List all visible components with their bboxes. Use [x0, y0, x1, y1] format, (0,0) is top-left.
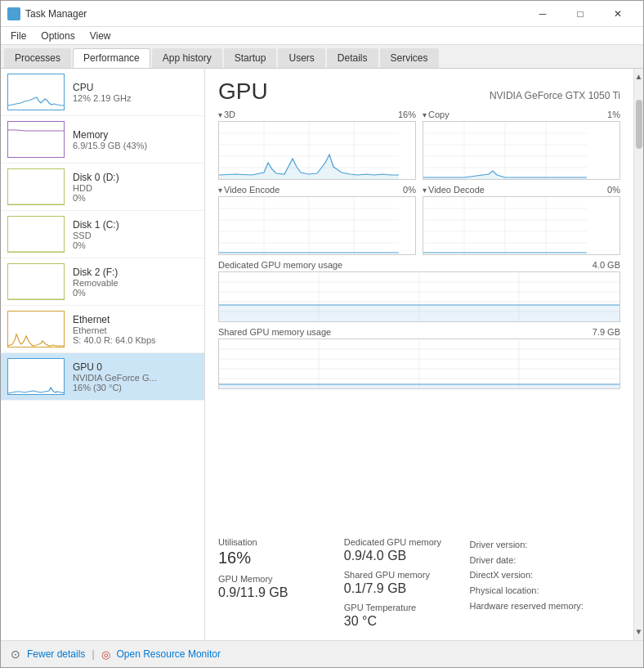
utilisation-label: Utilisation	[218, 537, 344, 547]
tabs-bar: Processes Performance App history Startu…	[1, 45, 643, 69]
tab-performance[interactable]: Performance	[73, 48, 150, 68]
gpu0-model: NVIDIA GeForce G...	[73, 373, 198, 383]
sidebar-item-disk2[interactable]: Disk 2 (F:) Removable 0%	[1, 258, 204, 306]
dedicated-value: 4.0 GB	[593, 260, 620, 270]
chart-copy-pct: 1%	[607, 110, 620, 119]
minimize-button[interactable]: ─	[524, 1, 561, 27]
gpu-title: GPU	[218, 78, 268, 105]
charts-top-row: ▾ 3D 16%	[218, 110, 620, 180]
task-manager-window: Task Manager ─ □ ✕ File Options View Pro…	[0, 0, 644, 668]
title-bar-left: Task Manager	[7, 7, 87, 20]
tab-users[interactable]: Users	[278, 48, 324, 68]
gpu-model: NVIDIA GeForce GTX 1050 Ti	[490, 90, 620, 101]
cpu-name: CPU	[73, 82, 198, 93]
sidebar-item-gpu0[interactable]: GPU 0 NVIDIA GeForce G... 16% (30 °C)	[1, 353, 204, 401]
open-resource-monitor-link[interactable]: Open Resource Monitor	[117, 648, 221, 660]
svg-rect-1	[15, 10, 19, 13]
menu-bar: File Options View	[1, 27, 643, 45]
monitor-icon: ◎	[101, 648, 110, 661]
disk2-info: Disk 2 (F:) Removable 0%	[73, 267, 198, 298]
shared-mem-label: Shared GPU memory	[344, 570, 470, 580]
chart-encode-label: ▾ Video Encode	[218, 185, 280, 195]
svg-rect-3	[15, 15, 19, 18]
tab-processes[interactable]: Processes	[4, 48, 71, 68]
sidebar: CPU 12% 2.19 GHz Memory 6.9/15.9 GB (43%…	[1, 69, 205, 640]
tab-details[interactable]: Details	[327, 48, 378, 68]
charts-mid-row: ▾ Video Encode 0%	[218, 185, 620, 255]
window-controls: ─ □ ✕	[524, 1, 637, 27]
gpu0-stats: 16% (30 °C)	[73, 383, 198, 392]
hw-reserved-label: Hardware reserved memory:	[470, 599, 621, 614]
menu-view[interactable]: View	[83, 29, 118, 43]
dedicated-mem-value: 0.9/4.0 GB	[344, 549, 470, 563]
dedicated-gpu-memory-container: Dedicated GPU memory usage 4.0 GB	[218, 260, 620, 322]
scrollbar-thumb[interactable]	[636, 100, 642, 149]
shared-label-row: Shared GPU memory usage 7.9 GB	[218, 327, 620, 337]
dedicated-label-row: Dedicated GPU memory usage 4.0 GB	[218, 260, 620, 270]
tab-startup[interactable]: Startup	[224, 48, 277, 68]
chart-video-encode: ▾ Video Encode 0%	[218, 185, 416, 255]
footer-bar: ⊙ Fewer details | ◎ Open Resource Monito…	[1, 640, 643, 667]
stats-col-dedicated: Dedicated GPU memory 0.9/4.0 GB Shared G…	[344, 537, 470, 635]
chart-copy-label-row: ▾ Copy 1%	[423, 110, 620, 119]
tab-services[interactable]: Services	[380, 48, 439, 68]
chevron-copy: ▾	[423, 110, 427, 119]
gpu-memory-label: GPU Memory	[218, 574, 344, 584]
ethernet-info: Ethernet Ethernet S: 40.0 R: 64.0 Kbps	[73, 314, 198, 345]
disk0-type: HDD	[73, 183, 198, 193]
chart-video-decode: ▾ Video Decode 0%	[423, 185, 620, 255]
cpu-thumbnail	[7, 74, 65, 110]
chart-3d-label: ▾ 3D	[218, 110, 235, 119]
chart-3d-box	[218, 121, 416, 180]
chart-encode-box	[218, 196, 416, 255]
sidebar-item-ethernet[interactable]: Ethernet Ethernet S: 40.0 R: 64.0 Kbps	[1, 306, 204, 353]
memory-name: Memory	[73, 129, 198, 141]
disk0-thumbnail	[7, 168, 65, 205]
ethernet-stats: S: 40.0 R: 64.0 Kbps	[73, 335, 198, 345]
disk0-pct: 0%	[73, 193, 198, 203]
chart-decode-pct: 0%	[607, 185, 620, 195]
app-icon	[7, 7, 20, 20]
fewer-details-link[interactable]: Fewer details	[27, 648, 85, 660]
title-bar: Task Manager ─ □ ✕	[1, 1, 643, 27]
close-button[interactable]: ✕	[599, 1, 637, 27]
chart-copy: ▾ Copy 1%	[423, 110, 620, 180]
scroll-up-arrow[interactable]: ▲	[635, 70, 643, 83]
chart-decode-label: ▾ Video Decode	[423, 185, 485, 195]
main-panel: GPU NVIDIA GeForce GTX 1050 Ti ▾ 3D 16%	[205, 69, 633, 640]
maximize-button[interactable]: □	[561, 1, 599, 27]
disk1-pct: 0%	[73, 240, 198, 250]
menu-file[interactable]: File	[4, 29, 33, 43]
svg-rect-0	[9, 10, 13, 13]
shared-gpu-memory-container: Shared GPU memory usage 7.9 GB	[218, 327, 620, 389]
chart-copy-label: ▾ Copy	[423, 110, 449, 119]
tab-app-history[interactable]: App history	[152, 48, 222, 68]
charts-area: ▾ 3D 16%	[205, 110, 633, 529]
dedicated-mem-label: Dedicated GPU memory	[344, 537, 470, 547]
sidebar-item-disk0[interactable]: Disk 0 (D:) HDD 0%	[1, 164, 204, 211]
sidebar-item-disk1[interactable]: Disk 1 (C:) SSD 0%	[1, 211, 204, 258]
svg-marker-49	[219, 384, 619, 388]
memory-thumbnail	[7, 121, 65, 158]
chevron-encode: ▾	[218, 186, 222, 195]
content-area: CPU 12% 2.19 GHz Memory 6.9/15.9 GB (43%…	[1, 69, 643, 640]
menu-options[interactable]: Options	[34, 29, 81, 43]
scrollbar[interactable]: ▲ ▼	[633, 69, 643, 640]
sidebar-item-cpu[interactable]: CPU 12% 2.19 GHz	[1, 69, 204, 116]
chart-encode-pct: 0%	[403, 185, 416, 195]
ethernet-name: Ethernet	[73, 314, 198, 325]
disk2-pct: 0%	[73, 288, 198, 298]
sidebar-item-memory[interactable]: Memory 6.9/15.9 GB (43%)	[1, 116, 204, 164]
physical-location-label: Physical location:	[470, 583, 621, 599]
chevron-decode: ▾	[423, 186, 427, 195]
cpu-info: CPU 12% 2.19 GHz	[73, 82, 198, 103]
temp-value: 30 °C	[344, 614, 470, 629]
dedicated-chart-box	[218, 271, 620, 322]
shared-label: Shared GPU memory usage	[218, 327, 331, 337]
chart-3d-pct: 16%	[398, 110, 416, 119]
gpu0-thumbnail	[7, 358, 65, 395]
svg-marker-41	[219, 305, 619, 321]
shared-value: 7.9 GB	[593, 327, 620, 337]
disk1-info: Disk 1 (C:) SSD 0%	[73, 219, 198, 250]
scroll-down-arrow[interactable]: ▼	[635, 625, 643, 639]
